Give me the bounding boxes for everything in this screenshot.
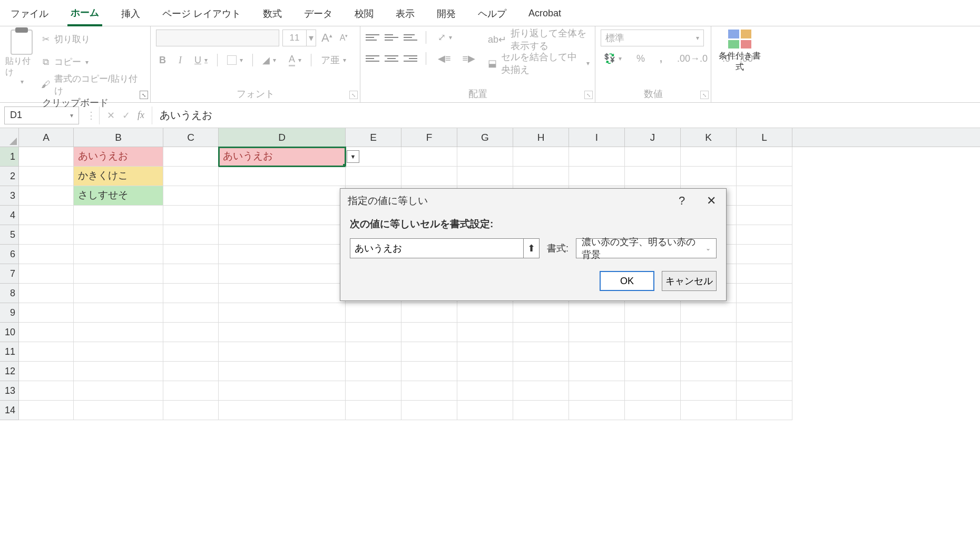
tab-help[interactable]: ヘルプ [475, 5, 509, 25]
align-bottom-button[interactable] [404, 32, 417, 43]
cell-L4[interactable] [737, 206, 792, 225]
number-format-select[interactable]: 標準▾ [601, 30, 704, 46]
cell-A8[interactable] [19, 284, 74, 303]
column-header-K[interactable]: K [681, 128, 737, 147]
cell-K10[interactable] [681, 323, 737, 342]
cell-I1[interactable] [569, 147, 625, 167]
dialog-launcher-clipboard[interactable]: ⤡ [140, 91, 148, 99]
range-selector-button[interactable]: ⬆ [523, 239, 539, 258]
cell-G10[interactable] [457, 323, 513, 342]
align-middle-button[interactable] [385, 32, 398, 43]
row-header-12[interactable]: 12 [0, 362, 19, 381]
cell-A4[interactable] [19, 206, 74, 225]
cell-C5[interactable] [163, 225, 219, 245]
italic-button[interactable]: I [175, 53, 185, 68]
font-color-button[interactable]: A▾ [286, 52, 305, 69]
cell-F10[interactable] [401, 323, 457, 342]
cell-B8[interactable] [74, 284, 163, 303]
cell-J11[interactable] [625, 342, 681, 362]
fill-color-button[interactable]: ◢▾ [259, 52, 279, 68]
cell-D2[interactable] [219, 167, 346, 186]
column-header-C[interactable]: C [163, 128, 219, 147]
cell-H13[interactable] [513, 381, 569, 401]
cell-E2[interactable] [346, 167, 401, 186]
cancel-button[interactable]: キャンセル [662, 271, 717, 291]
cell-I14[interactable] [569, 401, 625, 420]
column-header-E[interactable]: E [346, 128, 401, 147]
cell-A3[interactable] [19, 186, 74, 206]
tab-insert[interactable]: 挿入 [118, 5, 143, 25]
increase-indent-button[interactable]: ≡▶ [459, 51, 479, 66]
cell-L10[interactable] [737, 323, 792, 342]
cell-G9[interactable] [457, 303, 513, 323]
cell-A6[interactable] [19, 245, 74, 264]
cell-B4[interactable] [74, 206, 163, 225]
column-header-J[interactable]: J [625, 128, 681, 147]
row-header-10[interactable]: 10 [0, 323, 19, 342]
merge-center-button[interactable]: ⬓セルを結合して中央揃え▾ [488, 53, 590, 73]
cell-L14[interactable] [737, 401, 792, 420]
borders-button[interactable]: ▾ [224, 53, 246, 67]
cell-B11[interactable] [74, 342, 163, 362]
align-top-button[interactable] [366, 32, 379, 43]
cell-K9[interactable] [681, 303, 737, 323]
cell-E10[interactable] [346, 323, 401, 342]
cell-B9[interactable] [74, 303, 163, 323]
cell-B14[interactable] [74, 401, 163, 420]
cell-C9[interactable] [163, 303, 219, 323]
cell-H14[interactable] [513, 401, 569, 420]
cell-G2[interactable] [457, 167, 513, 186]
cell-L12[interactable] [737, 362, 792, 381]
cell-B3[interactable]: さしすせそ [74, 186, 163, 206]
cell-K12[interactable] [681, 362, 737, 381]
cell-D5[interactable] [219, 225, 346, 245]
cell-E14[interactable] [346, 401, 401, 420]
cell-A11[interactable] [19, 342, 74, 362]
cell-L5[interactable] [737, 225, 792, 245]
tab-home[interactable]: ホーム [67, 4, 102, 26]
tab-formulas[interactable]: 数式 [260, 5, 285, 25]
cell-L8[interactable] [737, 284, 792, 303]
decrease-font-button[interactable]: A▾ [338, 33, 350, 43]
percent-button[interactable]: % [633, 51, 648, 66]
tab-page-layout[interactable]: ページ レイアウト [159, 5, 244, 25]
cell-J9[interactable] [625, 303, 681, 323]
cell-F13[interactable] [401, 381, 457, 401]
cell-A10[interactable] [19, 323, 74, 342]
cell-I10[interactable] [569, 323, 625, 342]
cell-A7[interactable] [19, 264, 74, 284]
cell-E9[interactable] [346, 303, 401, 323]
column-header-G[interactable]: G [457, 128, 513, 147]
cell-J1[interactable] [625, 147, 681, 167]
cell-F2[interactable] [401, 167, 457, 186]
cancel-formula-button[interactable]: ✕ [107, 110, 115, 121]
cell-I13[interactable] [569, 381, 625, 401]
row-header-14[interactable]: 14 [0, 401, 19, 420]
cell-I9[interactable] [569, 303, 625, 323]
cell-G12[interactable] [457, 362, 513, 381]
cell-A13[interactable] [19, 381, 74, 401]
row-header-5[interactable]: 5 [0, 225, 19, 245]
cell-B13[interactable] [74, 381, 163, 401]
dialog-launcher-alignment[interactable]: ⤡ [584, 91, 593, 99]
cell-L3[interactable] [737, 186, 792, 206]
align-right-button[interactable] [404, 53, 417, 64]
dialog-launcher-number[interactable]: ⤡ [700, 91, 709, 99]
cell-J14[interactable] [625, 401, 681, 420]
cell-C1[interactable] [163, 147, 219, 167]
copy-button[interactable]: ⧉コピー▾ [41, 52, 145, 72]
comma-button[interactable]: , [656, 51, 665, 66]
select-all-button[interactable] [0, 128, 19, 147]
cell-C8[interactable] [163, 284, 219, 303]
cell-H10[interactable] [513, 323, 569, 342]
cell-C7[interactable] [163, 264, 219, 284]
cell-A1[interactable] [19, 147, 74, 167]
cell-H1[interactable] [513, 147, 569, 167]
cell-K11[interactable] [681, 342, 737, 362]
row-header-13[interactable]: 13 [0, 381, 19, 401]
cell-A12[interactable] [19, 362, 74, 381]
fx-button[interactable]: fx [138, 110, 144, 121]
cell-K1[interactable] [681, 147, 737, 167]
cell-K14[interactable] [681, 401, 737, 420]
paste-button[interactable]: 貼り付け ▾ [5, 30, 37, 85]
